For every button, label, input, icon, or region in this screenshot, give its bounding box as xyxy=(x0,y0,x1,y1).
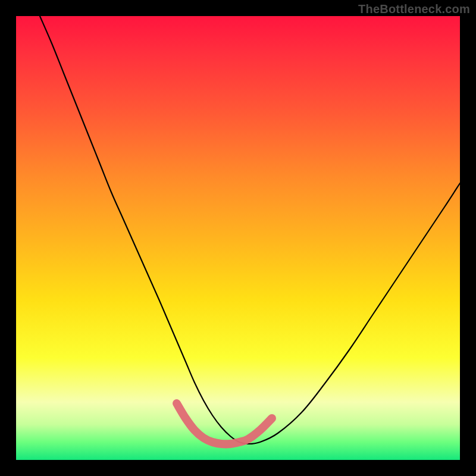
black-curve xyxy=(40,16,460,444)
chart-frame: TheBottleneck.com xyxy=(0,0,476,476)
curve-layer xyxy=(16,16,460,460)
plot-area xyxy=(16,16,460,460)
pink-highlight xyxy=(177,403,272,444)
watermark-text: TheBottleneck.com xyxy=(358,2,470,16)
